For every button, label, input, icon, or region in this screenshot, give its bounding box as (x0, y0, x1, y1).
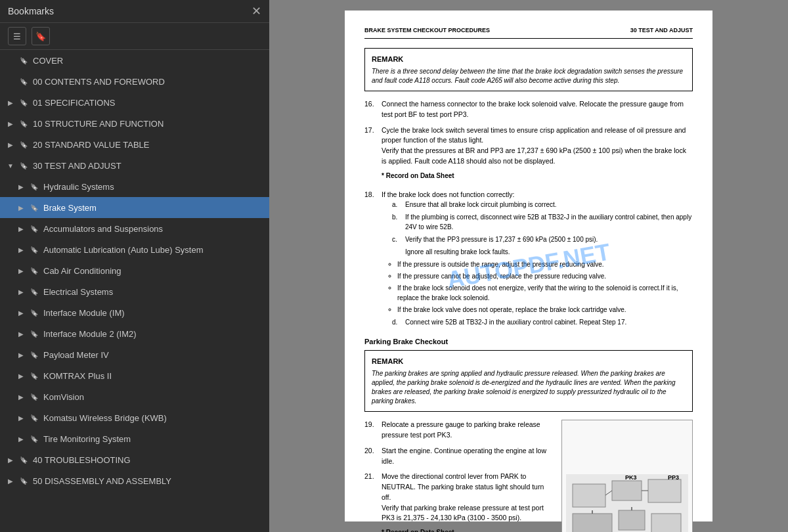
steps2-text-col: 19. Relocate a pressure gauge to parking… (364, 420, 555, 532)
step-18c-ignore: Ignore all resulting brake lock faults. (392, 247, 693, 257)
bookmark-icon-contents: 🔖 (18, 78, 29, 85)
bookmark-arrow-hydraulic[interactable] (16, 183, 26, 190)
diagram-col: PK3 PP3 LAP1 KPE T0908 (561, 420, 693, 532)
bookmark-label-structure: 10 STRUCTURE AND FUNCTION (33, 119, 264, 129)
bookmark-arrow-elec[interactable] (16, 288, 26, 296)
bookmark-arrow-tire[interactable] (16, 435, 26, 443)
bookmark-item-stdval[interactable]: 🔖20 STANDARD VALUE TABLE (0, 134, 269, 155)
step-18a: a. Ensure that all brake lock circuit pl… (392, 200, 693, 210)
bookmark-arrow-im[interactable] (16, 309, 26, 317)
svg-text:PK3: PK3 (625, 474, 637, 481)
list-view-button[interactable]: ☰ (8, 27, 26, 45)
remark-title-2: REMARK (372, 356, 686, 367)
bookmark-item-accum[interactable]: 🔖Accumulators and Suspensions (0, 218, 269, 239)
bookmark-arrow-accum[interactable] (16, 225, 26, 233)
header-right: 30 TEST AND ADJUST (630, 26, 693, 35)
bookmark-label-cover: COVER (33, 56, 264, 66)
bookmark-label-komvision: KomVision (43, 392, 264, 402)
bookmark-item-brake[interactable]: 🔖Brake System (0, 197, 269, 218)
bookmark-icon-cab_ac: 🔖 (29, 267, 39, 275)
bookmark-label-hydraulic: Hydraulic Systems (43, 182, 264, 192)
close-bookmarks-button[interactable]: ✕ (252, 5, 261, 17)
steps-list: 16. Connect the harness connector to the… (364, 99, 693, 330)
bookmark-icon-trouble: 🔖 (18, 456, 29, 464)
bookmark-item-elec[interactable]: 🔖Electrical Systems (0, 281, 269, 302)
svg-rect-3 (648, 479, 681, 502)
bookmark-icon-brake: 🔖 (29, 204, 39, 211)
bookmark-icon: 🔖 (35, 32, 46, 41)
svg-rect-5 (619, 510, 645, 530)
remark-text-2: The parking brakes are spring applied an… (372, 369, 686, 406)
bookmark-arrow-test[interactable] (5, 162, 16, 169)
bookmark-arrow-autolube[interactable] (16, 246, 26, 254)
document-panel: AUTOPDF.NET BRAKE SYSTEM CHECKOUT PROCED… (269, 0, 788, 532)
bookmark-arrow-kwb[interactable] (16, 414, 26, 422)
bookmark-icon-test: 🔖 (18, 162, 29, 169)
bookmark-item-test[interactable]: 🔖30 TEST AND ADJUST (0, 155, 269, 176)
bookmark-arrow-structure[interactable] (5, 120, 16, 127)
parking-title: Parking Brake Checkout (364, 336, 693, 347)
remark-box-2: REMARK The parking brakes are spring app… (364, 350, 693, 412)
bookmark-item-structure[interactable]: 🔖10 STRUCTURE AND FUNCTION (0, 113, 269, 134)
bookmark-arrow-trouble[interactable] (5, 456, 16, 464)
bookmark-label-trouble: 40 TROUBLESHOOTING (33, 455, 264, 465)
bookmark-arrow-payload[interactable] (16, 351, 26, 359)
bookmark-label-contents: 00 CONTENTS AND FOREWORD (33, 77, 264, 87)
brake-diagram: PK3 PP3 LAP1 KPE T0908 (566, 474, 688, 532)
bookmarks-title: Bookmarks (8, 6, 54, 16)
bookmark-label-komtrax: KOMTRAX Plus II (43, 371, 264, 381)
bookmark-label-elec: Electrical Systems (43, 287, 264, 297)
bookmark-item-autolube[interactable]: 🔖Automatic Lubrication (Auto Lube) Syste… (0, 239, 269, 260)
step-20: 20. Start the engine. Continue operating… (364, 446, 555, 467)
bookmark-arrow-im2[interactable] (16, 330, 26, 338)
bookmark-arrow-stdval[interactable] (5, 141, 16, 148)
svg-rect-4 (573, 514, 612, 532)
bookmark-label-stdval: 20 STANDARD VALUE TABLE (33, 140, 264, 150)
step-18c: c. Verify that the PP3 pressure is 17,23… (392, 234, 693, 244)
bookmark-item-cab_ac[interactable]: 🔖Cab Air Conditioning (0, 260, 269, 281)
bookmark-item-trouble[interactable]: 🔖40 TROUBLESHOOTING (0, 449, 269, 470)
bookmark-item-tire[interactable]: 🔖Tire Monitoring System (0, 428, 269, 449)
two-col-section: 19. Relocate a pressure gauge to parking… (364, 420, 693, 532)
bookmark-icon-tire: 🔖 (29, 435, 39, 443)
bookmark-arrow-komtrax[interactable] (16, 372, 26, 380)
bookmark-label-accum: Accumulators and Suspensions (43, 224, 264, 234)
bookmark-item-contents[interactable]: 🔖00 CONTENTS AND FOREWORD (0, 71, 269, 92)
bookmark-arrow-spec[interactable] (5, 99, 16, 106)
bookmark-label-kwb: Komatsu Wireless Bridge (KWB) (43, 413, 264, 423)
bookmark-item-cover[interactable]: 🔖COVER (0, 50, 269, 71)
bookmark-icon-button[interactable]: 🔖 (32, 27, 50, 45)
bookmark-arrow-cab_ac[interactable] (16, 267, 26, 275)
bookmark-item-im[interactable]: 🔖Interface Module (IM) (0, 302, 269, 323)
bookmark-item-kwb[interactable]: 🔖Komatsu Wireless Bridge (KWB) (0, 407, 269, 428)
step-17: 17. Cycle the brake lock switch several … (364, 125, 693, 185)
bookmark-icon-im2: 🔖 (29, 330, 39, 338)
list-icon: ☰ (13, 32, 21, 41)
bookmark-item-disassembly[interactable]: 🔖50 DISASSEMBLY AND ASSEMBLY (0, 470, 269, 491)
bookmark-arrow-komvision[interactable] (16, 393, 26, 401)
bookmark-item-komvision[interactable]: 🔖KomVision (0, 386, 269, 407)
bookmark-label-payload: Payload Meter IV (43, 350, 264, 360)
bookmark-item-payload[interactable]: 🔖Payload Meter IV (0, 344, 269, 365)
bookmark-icon-disassembly: 🔖 (18, 477, 29, 485)
steps2-list: 19. Relocate a pressure gauge to parking… (364, 420, 555, 532)
bookmark-icon-cover: 🔖 (18, 57, 29, 64)
bookmarks-header: Bookmarks ✕ (0, 0, 269, 23)
bookmark-arrow-disassembly[interactable] (5, 477, 16, 485)
remark-title-1: REMARK (372, 54, 686, 65)
bookmark-arrow-brake[interactable] (16, 204, 26, 211)
bookmark-icon-spec: 🔖 (18, 99, 29, 106)
bookmark-label-tire: Tire Monitoring System (43, 434, 264, 444)
bookmark-item-spec[interactable]: 🔖01 SPECIFICATIONS (0, 92, 269, 113)
bookmark-item-im2[interactable]: 🔖Interface Module 2 (IM2) (0, 323, 269, 344)
step-19: 19. Relocate a pressure gauge to parking… (364, 420, 555, 441)
step-18-bullets: If the pressure is outside the range, ad… (382, 259, 693, 315)
bookmark-item-komtrax[interactable]: 🔖KOMTRAX Plus II (0, 365, 269, 386)
bookmark-item-hydraulic[interactable]: 🔖Hydraulic Systems (0, 176, 269, 197)
remark-box-1: REMARK There is a three second delay bet… (364, 48, 693, 92)
bookmark-label-brake: Brake System (43, 203, 264, 213)
bookmark-label-autolube: Automatic Lubrication (Auto Lube) System (43, 245, 264, 255)
bookmark-icon-autolube: 🔖 (29, 246, 39, 254)
bookmark-label-disassembly: 50 DISASSEMBLY AND ASSEMBLY (33, 476, 264, 486)
document-page: AUTOPDF.NET BRAKE SYSTEM CHECKOUT PROCED… (345, 11, 712, 521)
